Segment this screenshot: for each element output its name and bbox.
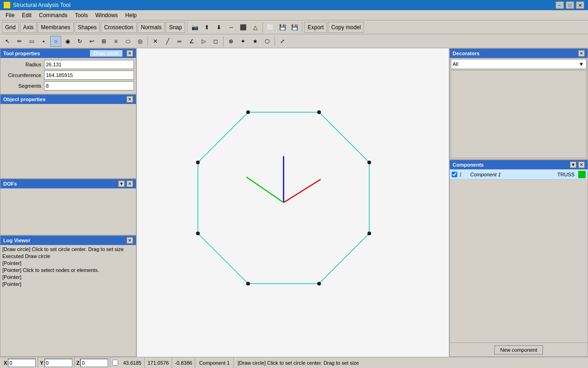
- tool-sq[interactable]: ◻: [210, 36, 221, 47]
- tool-x[interactable]: ✕: [150, 36, 161, 47]
- log-viewer-content: [Draw circle] Click to set circle center…: [0, 245, 136, 356]
- menu-file[interactable]: File: [2, 11, 18, 19]
- tool-pencil[interactable]: ✏: [14, 36, 25, 47]
- log-line-4: [Pointer]: [2, 274, 134, 281]
- menu-tools[interactable]: Tools: [71, 11, 91, 19]
- close-button[interactable]: ✕: [576, 1, 584, 9]
- component-checkbox[interactable]: [452, 172, 457, 177]
- decorators-panel: Decorators ✕ All ▼: [449, 48, 588, 160]
- toolbar-row-2: ↖ ✏ ▭ ▪ ○ ◉ ↻ ↩ ⊞ ≡ ⬭ ◎ ✕ ╱ ═ ∠ ▷ ◻ ⊕ ✦ …: [0, 34, 588, 48]
- log-line-5: [Pointer]: [2, 281, 134, 288]
- tool-rect[interactable]: ▭: [26, 36, 37, 47]
- radius-row: Radius: [2, 60, 134, 69]
- sep-t1: [147, 36, 148, 46]
- segments-input[interactable]: [44, 81, 134, 90]
- minimize-button[interactable]: −: [556, 1, 564, 9]
- toolbar-normals[interactable]: Normals: [138, 22, 165, 33]
- toolbar-camera5[interactable]: ⬛: [237, 22, 249, 33]
- toolbar-camera6[interactable]: △: [249, 22, 261, 33]
- object-properties-close[interactable]: ✕: [127, 96, 133, 103]
- export-button[interactable]: Export: [304, 22, 327, 33]
- decorators-header: Decorators ✕: [450, 49, 588, 58]
- status-val1: 43.6185: [120, 357, 145, 368]
- tool-circle[interactable]: ○: [50, 36, 61, 47]
- log-viewer-panel: Log Viewer ✕ [Draw circle] Click to set …: [0, 235, 136, 357]
- tool-shape[interactable]: ⬡: [262, 36, 273, 47]
- toolbar-crossection[interactable]: Crossection: [101, 22, 136, 33]
- toolbar-camera4[interactable]: ↔: [225, 22, 236, 33]
- tool-cross[interactable]: ✦: [237, 36, 249, 47]
- components-header: Components ▼ ✕: [450, 160, 588, 169]
- z-label: Z: [77, 360, 80, 366]
- object-properties-title: Object properties: [3, 97, 45, 102]
- components-content: 1 Component 1 TRUSS: [450, 169, 588, 342]
- status-checkbox[interactable]: [112, 360, 118, 366]
- toolbar-action1[interactable]: ⬜: [265, 22, 276, 33]
- log-viewer-header: Log Viewer ✕: [0, 236, 136, 245]
- menu-windows[interactable]: Windows: [91, 11, 121, 19]
- toolbar-grid[interactable]: Grid: [2, 22, 19, 33]
- tool-rect2[interactable]: ▪: [38, 36, 49, 47]
- main-canvas[interactable]: [137, 48, 449, 357]
- toolbar-action3[interactable]: 💾: [289, 22, 300, 33]
- decorators-dropdown[interactable]: All: [451, 59, 587, 69]
- x-input[interactable]: [8, 359, 36, 367]
- circumference-label: Circumference: [2, 72, 44, 78]
- component-row[interactable]: 1 Component 1 TRUSS: [450, 169, 588, 180]
- tool-eq[interactable]: ═: [174, 36, 185, 47]
- canvas-area[interactable]: [137, 48, 449, 357]
- status-message: [Draw circle] Click to set circle center…: [234, 360, 586, 366]
- menu-commands[interactable]: Commands: [35, 11, 71, 19]
- radius-input[interactable]: [44, 60, 134, 69]
- decorators-content: All ▼: [450, 58, 588, 159]
- status-component: Component 1: [195, 357, 234, 368]
- tool-undo[interactable]: ↩: [86, 36, 97, 47]
- components-panel: Components ▼ ✕ 1 Component 1 TRUSS New c…: [449, 160, 588, 357]
- decorators-close[interactable]: ✕: [578, 50, 585, 57]
- tool-properties-content: Radius Circumference Segments: [0, 58, 136, 94]
- log-viewer-close[interactable]: ✕: [127, 237, 133, 244]
- tool-oval[interactable]: ⬭: [122, 36, 134, 47]
- tool-graph[interactable]: ≡: [110, 36, 121, 47]
- tool-sphere[interactable]: ◉: [62, 36, 73, 47]
- component-color: [578, 171, 586, 178]
- toolbar-snap[interactable]: Snap: [166, 22, 185, 33]
- toolbar-membranes[interactable]: Membranes: [38, 22, 73, 33]
- dofs-close[interactable]: ✕: [127, 181, 133, 187]
- tool-tri[interactable]: ▷: [198, 36, 209, 47]
- new-component-button[interactable]: New component: [494, 345, 543, 355]
- menu-edit[interactable]: Edit: [18, 11, 35, 19]
- toolbar-camera3[interactable]: ⬇: [213, 22, 224, 33]
- dofs-dropdown[interactable]: ▼: [118, 181, 125, 187]
- menu-help[interactable]: Help: [121, 11, 141, 19]
- y-input[interactable]: [45, 359, 72, 367]
- copy-model-button[interactable]: Copy model: [328, 22, 364, 33]
- dofs-header: DOFs ▼ ✕: [0, 179, 136, 188]
- toolbar-shapes[interactable]: Shapes: [75, 22, 100, 33]
- title-bar: Structural Analysis Tool − □ ✕: [0, 0, 588, 10]
- components-dropdown-btn[interactable]: ▼: [570, 161, 576, 168]
- toolbar-axis[interactable]: Axis: [20, 22, 37, 33]
- tool-window[interactable]: ⊞: [98, 36, 109, 47]
- circumference-input[interactable]: [44, 71, 134, 80]
- object-properties-content: [0, 104, 136, 178]
- maximize-button[interactable]: □: [566, 1, 574, 9]
- tool-properties-close[interactable]: ✕: [127, 50, 133, 57]
- status-y: Y: [38, 357, 74, 368]
- components-title: Components: [453, 162, 484, 168]
- tool-xline[interactable]: ╱: [162, 36, 173, 47]
- tool-pointer[interactable]: ↖: [2, 36, 13, 47]
- tool-ring[interactable]: ◎: [134, 36, 146, 47]
- z-input[interactable]: [80, 359, 108, 367]
- toolbar-camera2[interactable]: ⬆: [201, 22, 212, 33]
- tool-star[interactable]: ★: [249, 36, 261, 47]
- toolbar-action2[interactable]: 💾: [277, 22, 288, 33]
- status-val3: -0.8386: [172, 357, 195, 368]
- tool-angle[interactable]: ∠: [186, 36, 197, 47]
- components-close[interactable]: ✕: [578, 161, 585, 168]
- tool-arrow[interactable]: ⤢: [277, 36, 288, 47]
- object-properties-header: Object properties ✕: [0, 95, 136, 104]
- tool-plus[interactable]: ⊕: [225, 36, 236, 47]
- tool-rotate[interactable]: ↻: [74, 36, 85, 47]
- toolbar-camera1[interactable]: 📷: [189, 22, 200, 33]
